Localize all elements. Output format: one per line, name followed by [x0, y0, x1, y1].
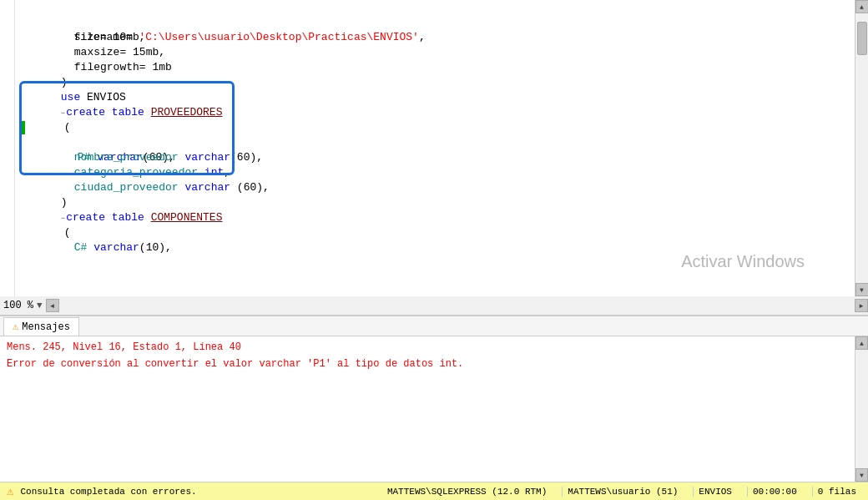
rows-info: 0 filas — [812, 487, 861, 497]
status-bar: ⚠ Consulta completada con errores. MATTE… — [0, 482, 868, 500]
code-line: ) — [22, 180, 848, 195]
code-line-create-table-proveedores: −create table PROVEEDORES — [22, 90, 848, 105]
vertical-scrollbar[interactable]: ▲ ▼ — [855, 0, 868, 296]
code-line: maxsize= 15mb, — [22, 30, 848, 45]
horizontal-scrollbar[interactable]: ◄ ► — [46, 296, 868, 315]
code-line-create-table-componentes: −create table COMPONENTES — [22, 195, 848, 210]
tab-label: Mensajes — [22, 321, 70, 333]
message-tabs: ⚠ Mensajes — [0, 316, 868, 336]
code-line: nombre_proveedor varchar(60), — [22, 240, 848, 252]
server-info: MATTEWS\SQLEXPRESS (12.0 RTM) — [382, 487, 552, 497]
msg-scroll-down[interactable]: ▼ — [855, 468, 868, 482]
tab-warning-icon: ⚠ — [13, 321, 18, 333]
msg-scroll-up[interactable]: ▲ — [855, 336, 868, 350]
code-editor: filename= 'C:\Users\usuario\Desktop\Prac… — [0, 0, 868, 296]
code-line: filegrowth= 1mb — [22, 45, 848, 60]
code-line: ( — [22, 105, 848, 120]
scroll-up-button[interactable]: ▲ — [855, 0, 869, 13]
code-line: categoria_proveedor int, — [22, 150, 848, 165]
message-content: Mens. 245, Nivel 16, Estado 1, Línea 40 … — [0, 336, 855, 482]
db-info: ENVIOS — [693, 487, 737, 497]
code-line: ( — [22, 210, 848, 225]
zoom-value: 100 % — [3, 300, 33, 311]
message-scrollbar[interactable]: ▲ ▼ — [855, 336, 868, 482]
code-content: filename= 'C:\Users\usuario\Desktop\Prac… — [15, 0, 855, 296]
time-info: 00:00:00 — [747, 487, 802, 497]
line-numbers — [0, 0, 15, 296]
messages-tab[interactable]: ⚠ Mensajes — [3, 317, 79, 336]
status-warn-icon: ⚠ — [7, 484, 13, 498]
code-line: ) — [22, 60, 848, 75]
scroll-track[interactable] — [855, 13, 868, 283]
message-panel: ⚠ Mensajes Mens. 245, Nivel 16, Estado 1… — [0, 315, 868, 482]
scroll-down-button[interactable]: ▼ — [855, 283, 869, 296]
error-line-1: Mens. 245, Nivel 16, Estado 1, Línea 40 — [7, 340, 848, 355]
code-line: size= 10mb, — [22, 15, 848, 30]
code-line: ciudad_proveedor varchar (60), — [22, 165, 848, 180]
code-line: filename= 'C:\Users\usuario\Desktop\Prac… — [22, 0, 848, 15]
user-info: MATTEWS\usuario (51) — [562, 487, 683, 497]
code-line: nombre_proveedor varchar(60), — [22, 135, 848, 150]
watermark-text: Activar Windows — [681, 252, 805, 271]
code-line: C# varchar(10), — [22, 225, 848, 240]
scroll-horiz-track[interactable] — [59, 296, 855, 315]
zoom-bar: 100 % ▼ — [0, 296, 46, 315]
status-right: MATTEWS\SQLEXPRESS (12.0 RTM) MATTEWS\us… — [382, 487, 861, 497]
code-line: P# varchar(60), — [22, 120, 848, 135]
zoom-dropdown[interactable]: ▼ — [37, 301, 43, 311]
scroll-right-button[interactable]: ► — [855, 299, 868, 312]
error-line-2: Error de conversión al convertir el valo… — [7, 356, 848, 371]
scroll-thumb[interactable] — [857, 22, 867, 55]
scroll-left-button[interactable]: ◄ — [46, 299, 59, 312]
code-line: use ENVIOS — [22, 75, 848, 90]
status-message: Consulta completada con errores. — [20, 487, 375, 497]
